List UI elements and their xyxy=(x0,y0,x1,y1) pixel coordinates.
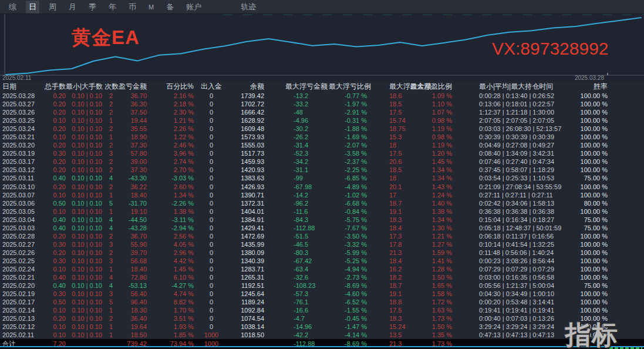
table-cell: 2.16 % xyxy=(147,92,194,100)
table-cell: 20.6 xyxy=(367,157,405,166)
table-cell: 2025.03.24 xyxy=(0,125,43,133)
menu-item-年[interactable]: 年 xyxy=(106,1,119,14)
table-cell: 0.10 xyxy=(43,331,66,339)
table-row: 2025.02.210.400.10 | 0.10472.806.10 %012… xyxy=(0,273,644,281)
table-header: 日期总手数最小|大手数次数盈亏金额百分比%出入金余额最大浮亏金额最大浮亏比例最大… xyxy=(0,82,644,91)
table-cell: 2025.02.25 xyxy=(0,257,43,265)
table-cell: 0.20 xyxy=(43,141,66,149)
menu-item-币[interactable]: 币 xyxy=(126,1,139,14)
table-row: 2025.02.140.100.10 | 0.10118.301.70 %010… xyxy=(0,306,644,314)
table-row: 2025.02.200.400.10 | 0.104-53.13-4.27 %0… xyxy=(0,281,644,290)
table-cell: -4.96 xyxy=(264,116,329,125)
table-cell: 3.96 % xyxy=(147,149,194,157)
table-cell: 75.00 % xyxy=(552,224,608,232)
table-cell: 1472.69 xyxy=(229,232,264,240)
table-cell: 0 xyxy=(194,224,229,232)
table-cell: 0.20 xyxy=(43,100,66,108)
table-cell: 2 xyxy=(104,249,117,257)
table-cell: 19.64 xyxy=(117,323,147,331)
table-cell: 0 xyxy=(194,166,229,174)
table-cell: 1.09 % xyxy=(405,92,453,100)
menu-item-周[interactable]: 周 xyxy=(46,1,59,14)
table-cell: 2025.03.04 xyxy=(0,216,43,224)
table-cell: 0:21:09 | 27:08:34 | 53:55:59 xyxy=(453,183,552,191)
table-cell: 0.40 xyxy=(43,174,66,182)
table-cell: 0 xyxy=(194,157,229,166)
table-cell: 0.20 xyxy=(43,249,66,257)
table-cell: 1.41 % xyxy=(405,257,453,265)
table-cell: 2025.02.27 xyxy=(0,240,43,249)
table-cell: -3.50 % xyxy=(329,232,367,240)
table-cell: 0.10 | 0.10 xyxy=(66,281,104,290)
table-cell: 18.90 xyxy=(117,133,147,141)
table-cell: -2.25 % xyxy=(329,166,367,174)
table-cell: 2025.02.28 xyxy=(0,232,43,240)
table-cell: -4.94 % xyxy=(329,265,367,273)
table-cell: 0 xyxy=(194,257,229,265)
table-cell: 2025.03.03 xyxy=(0,224,43,232)
table-cell: 0:47:13 | 0:47:13 | 0:47:13 xyxy=(453,331,552,339)
table-cell: 1 xyxy=(104,265,117,273)
table-cell: 18.40 xyxy=(117,265,147,273)
menu-item-M[interactable]: M xyxy=(146,2,157,12)
table-cell: -0.45 % xyxy=(329,314,367,323)
table-row: 2025.03.120.200.10 | 0.10237.302.70 %014… xyxy=(0,166,644,174)
table-cell: 0.10 | 0.10 xyxy=(66,306,104,314)
table-cell: 18.4 xyxy=(367,224,405,232)
table-cell: 1390.71 xyxy=(229,191,264,199)
table-cell: 0 xyxy=(194,92,229,100)
table-cell: 21.3 xyxy=(367,249,405,257)
table-cell: 2025.02.19 xyxy=(0,290,43,298)
table-cell: -13.2 xyxy=(264,92,329,100)
table-cell: 2 xyxy=(104,183,117,191)
table-cell: 0.10 | 0.10 xyxy=(66,166,104,174)
table-cell: 0 xyxy=(194,149,229,157)
table-cell: 0:05:56 | 1:21:37 | 5:00:04 xyxy=(453,281,552,290)
table-cell: 1.34 % xyxy=(147,191,194,199)
table-cell: 1739.42 xyxy=(229,92,264,100)
table-cell: -26.2 xyxy=(264,133,329,141)
menu-bar: 综日周月季年币M备账户轨迹 xyxy=(0,0,644,14)
menu-item-日[interactable]: 日 xyxy=(26,1,39,14)
table-cell: 0.40 xyxy=(43,224,66,232)
table-cell: 1 xyxy=(104,191,117,199)
table-cell: -4.7 xyxy=(264,314,329,323)
table-cell: 18.50 xyxy=(117,331,147,339)
table-cell: 0.40 xyxy=(43,216,66,224)
table-cell: 0.20 xyxy=(43,125,66,133)
column-header: 出入金 xyxy=(194,82,229,92)
table-cell: 0.10 | 0.10 xyxy=(66,133,104,141)
table-cell: 19.1 xyxy=(367,290,405,298)
table-cell: 0 xyxy=(194,273,229,281)
table-cell: 36.70 xyxy=(117,92,147,100)
menu-item-季[interactable]: 季 xyxy=(86,1,99,14)
menu-item-备[interactable]: 备 xyxy=(163,1,177,14)
table-cell: 1.38 % xyxy=(405,207,453,216)
table-cell: 1.70 % xyxy=(147,306,194,314)
table-cell: 2025.02.20 xyxy=(0,281,43,290)
table-cell: 18.3 xyxy=(367,314,405,323)
table-cell: 1283.71 xyxy=(229,265,264,273)
table-cell: 0 xyxy=(194,183,229,191)
table-cell: 4.05 % xyxy=(147,240,194,249)
table-cell: 2025.02.24 xyxy=(0,265,43,273)
table-cell: 2 xyxy=(104,125,117,133)
table-cell: 0.30 xyxy=(43,149,66,157)
table-cell: -5.25 % xyxy=(329,257,367,265)
menu-item-账户[interactable]: 账户 xyxy=(183,1,204,14)
table-cell: 2025.03.17 xyxy=(0,157,43,166)
table-cell: 1.28 % xyxy=(405,265,453,273)
menu-item-月[interactable]: 月 xyxy=(66,1,79,14)
table-cell: 0.10 xyxy=(43,191,66,199)
column-header: 最大浮盈金额 xyxy=(367,82,405,92)
menu-item-综[interactable]: 综 xyxy=(6,1,19,14)
table-cell: 100.00 % xyxy=(552,240,608,249)
table-cell: -32.6 xyxy=(264,273,329,281)
table-cell: 100.00 % xyxy=(552,257,608,265)
table-cell: 100.00 % xyxy=(552,149,608,157)
menu-item-轨迹[interactable]: 轨迹 xyxy=(238,1,259,14)
table-cell: 100.00 % xyxy=(552,133,608,141)
table-row: 2025.03.200.200.10 | 0.10237.302.46 %015… xyxy=(0,141,644,149)
table-cell: -31.70 xyxy=(117,199,147,207)
table-cell: 0 xyxy=(194,216,229,224)
